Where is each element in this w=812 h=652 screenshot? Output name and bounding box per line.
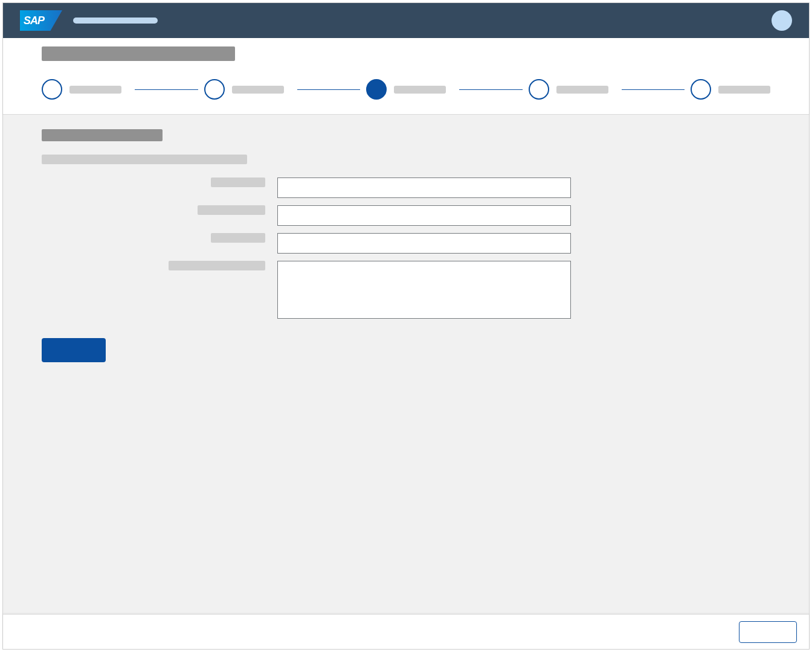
- shellbar: SAP: [3, 3, 809, 38]
- form-input-3[interactable]: [277, 233, 571, 254]
- page-title: [42, 46, 235, 61]
- section-title: [42, 129, 163, 141]
- wizard-step-5-indicator: [691, 79, 711, 100]
- wizard-connector: [459, 89, 523, 90]
- sap-logo-text: SAP: [24, 14, 44, 27]
- wizard-step-2-label: [232, 86, 284, 94]
- user-avatar[interactable]: [772, 10, 792, 31]
- wizard-progress: [42, 79, 770, 100]
- app-frame: SAP: [2, 2, 810, 650]
- form-input-2[interactable]: [277, 205, 571, 226]
- wizard-step-3-indicator: [366, 79, 387, 100]
- sap-logo[interactable]: SAP: [20, 10, 62, 31]
- form-textarea-4[interactable]: [277, 261, 571, 319]
- footer-action-button[interactable]: [739, 621, 797, 643]
- form-row-4: [42, 261, 770, 321]
- wizard-step-2[interactable]: [204, 79, 367, 100]
- wizard-step-1-indicator: [42, 79, 62, 100]
- shellbar-left: SAP: [20, 10, 158, 31]
- wizard-step-1-label: [69, 86, 121, 94]
- wizard-step-3[interactable]: [366, 79, 529, 100]
- form-row-2: [42, 205, 770, 226]
- wizard-step-5[interactable]: [691, 79, 770, 100]
- wizard-step-2-indicator: [204, 79, 225, 100]
- section-subtitle: [42, 155, 247, 164]
- form-label-4: [169, 261, 265, 270]
- wizard-connector: [135, 89, 198, 90]
- form-input-1[interactable]: [277, 177, 571, 198]
- form-row-3: [42, 233, 770, 254]
- wizard-step-5-label: [718, 86, 770, 94]
- form-row-1: [42, 177, 770, 198]
- content-area: [3, 115, 809, 614]
- wizard-step-4-label: [556, 86, 608, 94]
- wizard-step-3-label: [394, 86, 446, 94]
- footer-bar: [3, 614, 809, 649]
- page-header: [3, 38, 809, 115]
- form-label-2: [198, 205, 265, 215]
- wizard-connector: [622, 89, 685, 90]
- form-label-1: [211, 177, 265, 187]
- wizard-step-4-indicator: [529, 79, 549, 100]
- submit-button[interactable]: [42, 338, 106, 362]
- form-label-3: [211, 233, 265, 243]
- wizard-connector: [297, 89, 361, 90]
- wizard-step-4[interactable]: [529, 79, 691, 100]
- app-title: [73, 18, 158, 24]
- wizard-step-1[interactable]: [42, 79, 204, 100]
